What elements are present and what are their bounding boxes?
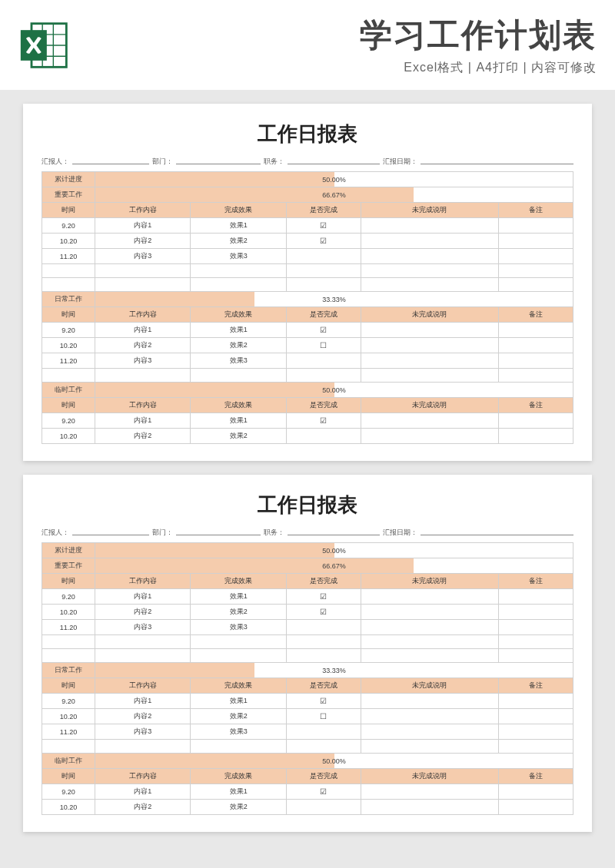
template-header: 学习工作计划表 Excel格式 | A4打印 | 内容可修改 (0, 0, 615, 90)
page-2: 工作日报表 汇报人： 部门： 职务： 汇报日期： 累计进度50.00% 重要工作… (23, 475, 592, 832)
table-row[interactable]: 9.20内容1效果1☑ (42, 323, 573, 338)
table-row[interactable]: 11.20内容3效果3 (42, 249, 573, 264)
table-row[interactable]: 11.20内容3效果3 (42, 620, 573, 635)
daily-progress: 33.33% (95, 292, 573, 307)
table-row[interactable] (42, 649, 573, 663)
page-1: 工作日报表 汇报人： 部门： 职务： 汇报日期： 累计进度50.00% 重要工作… (23, 104, 592, 461)
reporter-field[interactable] (72, 157, 149, 164)
temp-progress: 50.00% (95, 383, 573, 398)
table-row[interactable] (42, 369, 573, 383)
table-row[interactable]: 9.20内容1效果1☑ (42, 413, 573, 429)
table-row[interactable]: 11.20内容3效果3 (42, 724, 573, 740)
table-row[interactable] (42, 740, 573, 754)
table-row[interactable]: 10.20内容2效果2 (42, 429, 573, 444)
date-label: 汇报日期： (383, 157, 417, 167)
date-field[interactable] (421, 157, 573, 164)
table-row[interactable]: 9.20内容1效果1☑ (42, 694, 573, 709)
table-row[interactable] (42, 635, 573, 649)
table-row[interactable] (42, 264, 573, 278)
cumulative-label: 累计进度 (42, 172, 95, 187)
position-field[interactable] (288, 157, 380, 164)
report-table: 累计进度50.00% 重要工作66.67% 时间工作内容完成效果是否完成未完成说… (42, 171, 573, 444)
template-title: 学习工作计划表 (83, 14, 597, 57)
temp-label: 临时工作 (42, 383, 95, 398)
daily-label: 日常工作 (42, 292, 95, 307)
doc-title: 工作日报表 (42, 492, 573, 518)
info-row: 汇报人： 部门： 职务： 汇报日期： (42, 157, 573, 167)
cumulative-progress: 50.00% (95, 172, 573, 187)
report-table: 累计进度50.00% 重要工作66.67% 时间工作内容完成效果是否完成未完成说… (42, 542, 573, 815)
template-subtitle: Excel格式 | A4打印 | 内容可修改 (83, 60, 597, 76)
dept-field[interactable] (176, 157, 261, 164)
info-row: 汇报人： 部门： 职务： 汇报日期： (42, 528, 573, 538)
table-row[interactable]: 10.20内容2效果2☐ (42, 338, 573, 353)
doc-title: 工作日报表 (42, 121, 573, 147)
table-row[interactable]: 10.20内容2效果2 (42, 800, 573, 815)
dept-label: 部门： (152, 157, 173, 167)
table-row[interactable]: 11.20内容3效果3 (42, 353, 573, 369)
table-row[interactable]: 9.20内容1效果1☑ (42, 784, 573, 800)
table-row[interactable] (42, 278, 573, 292)
table-row[interactable]: 9.20内容1效果1☑ (42, 218, 573, 234)
table-row[interactable]: 10.20内容2效果2☐ (42, 709, 573, 724)
position-label: 职务： (264, 157, 284, 167)
table-row[interactable]: 9.20内容1效果1☑ (42, 589, 573, 605)
important-progress: 66.67% (95, 187, 573, 203)
important-label: 重要工作 (42, 187, 95, 203)
table-row[interactable]: 10.20内容2效果2☑ (42, 234, 573, 249)
table-row[interactable]: 10.20内容2效果2☑ (42, 605, 573, 620)
reporter-label: 汇报人： (42, 157, 69, 167)
excel-icon (18, 19, 71, 71)
